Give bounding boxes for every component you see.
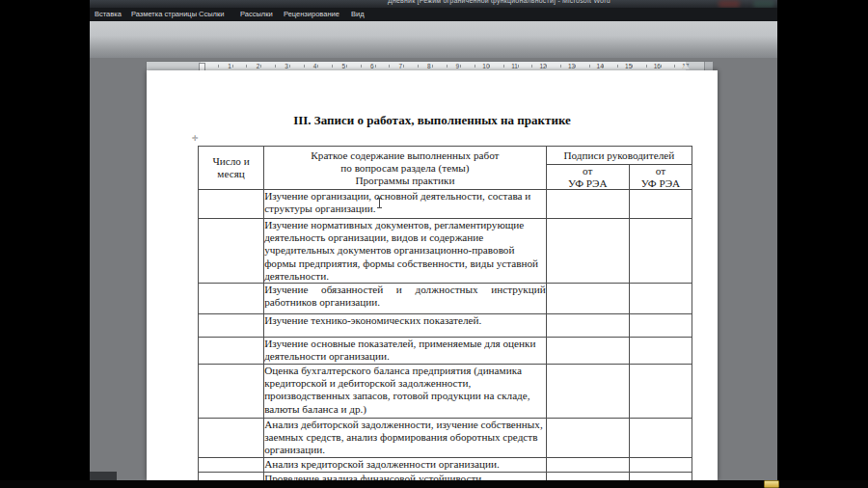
date-cell[interactable] [199,419,264,458]
ruler-number: 13 [568,62,575,70]
ruler-number: 11 [511,62,518,70]
date-cell[interactable] [199,314,264,338]
ribbon-collapsed-area[interactable] [90,21,777,58]
ribbon-tab-bar: Вставка Разметка страницы Ссылки Рассылк… [90,8,777,21]
signature-cell[interactable] [629,473,692,480]
tab-view[interactable]: Вид [348,8,367,21]
table-row: Изучение нормативных документов, регламе… [199,219,692,284]
bottom-letterbox-bar [0,480,868,488]
table-row: Изучение обязанностей и должностных инст… [199,284,692,314]
table-row: Изучение технико-экономических показател… [199,314,692,338]
date-cell[interactable] [199,338,264,365]
signature-cell[interactable] [546,473,629,480]
screen: Дневник [Режим ограниченной функциональн… [0,0,868,488]
header-signature-1[interactable]: от УФ РЭА [546,165,629,190]
tab-mailings[interactable]: Рассылки [237,8,276,21]
table-row: Оценка бухгалтерского баланса предприяти… [199,365,692,419]
header-date[interactable]: Число и месяц [199,147,264,190]
signature-cell[interactable] [629,314,692,338]
ruler-number: 7 [398,62,402,70]
document-heading[interactable]: III. Записи о работах, выполненных на пр… [147,113,718,128]
signature-cell[interactable] [629,190,692,219]
signature-cell[interactable] [546,284,629,314]
signature-cell[interactable] [629,458,692,473]
signature-cell[interactable] [629,284,692,314]
ruler-number: 3 [285,62,288,70]
document-page[interactable]: III. Записи о работах, выполненных на пр… [147,70,718,480]
work-cell[interactable]: Анализ кредиторской задолженности органи… [264,458,547,473]
work-cell[interactable]: Изучение нормативных документов, регламе… [264,219,547,284]
window-titlebar: Дневник [Режим ограниченной функциональн… [90,0,777,8]
horizontal-ruler[interactable]: 1234567891011121314151617 [147,62,712,70]
signature-cell[interactable] [546,314,629,338]
table-row: Анализ дебиторской задолженности, изучен… [199,419,692,458]
table-row: Анализ кредиторской задолженности органи… [199,458,692,473]
signature-cell[interactable] [629,419,692,458]
table-row: Проведение анализа финансовой устойчивос… [199,473,692,480]
ruler-number: 16 [654,62,661,70]
wallpaper-blob [753,0,774,8]
tab-page-layout[interactable]: Разметка страницы [128,8,200,21]
signature-cell[interactable] [629,338,692,365]
ruler-number: 14 [597,62,604,70]
wallpaper-blob [719,0,740,8]
date-cell[interactable] [199,190,264,219]
right-indent-marker[interactable] [682,64,690,69]
ruler-number: 12 [539,62,546,70]
ruler-number: 2 [257,62,260,70]
signature-cell[interactable] [629,219,692,284]
ruler-number: 10 [482,62,489,70]
work-cell[interactable]: Изучение обязанностей и должностных инст… [264,284,547,314]
practice-records-table: Число и месяц Краткое содержание выполне… [198,146,692,480]
tab-review[interactable]: Рецензирование [281,8,342,21]
ruler-number: 9 [456,62,460,70]
work-cell[interactable]: Изучение технико-экономических показател… [264,314,547,338]
work-cell[interactable]: Оценка бухгалтерского баланса предприяти… [264,365,547,419]
table-row: Изучение основные показателей, применяем… [199,338,692,365]
signature-cell[interactable] [546,190,629,219]
header-work-description[interactable]: Краткое содержание выполненных работ по … [264,147,547,190]
signature-cell[interactable] [546,365,629,419]
ruler-number: 15 [625,62,632,70]
signature-cell[interactable] [629,365,692,419]
header-signatures-group[interactable]: Подписи руководителей [546,147,692,165]
table-move-handle-icon[interactable]: ✛ [190,134,200,144]
work-cell[interactable]: Изучение основные показателей, применяем… [264,338,547,365]
tab-insert[interactable]: Вставка [92,8,124,21]
date-cell[interactable] [199,365,264,419]
ruler-end-button [704,62,713,70]
date-cell[interactable] [199,219,264,284]
signature-cell[interactable] [546,338,629,365]
date-cell[interactable] [199,458,264,473]
date-cell[interactable] [199,473,264,480]
ruler-number: 6 [370,62,374,70]
work-cell[interactable]: Изучение организации, основной деятельно… [264,190,547,219]
tray-icon[interactable] [764,480,779,488]
date-cell[interactable] [199,284,264,314]
ruler-number: 8 [427,62,431,70]
signature-cell[interactable] [546,458,629,473]
ruler-number: 1 [228,62,231,70]
work-cell[interactable]: Анализ дебиторской задолженности, изучен… [264,419,547,458]
header-signature-2[interactable]: от УФ РЭА [629,165,692,190]
signature-cell[interactable] [546,419,629,458]
tab-references[interactable]: Ссылки [196,8,227,21]
table-row: Изучение организации, основной деятельно… [199,190,692,219]
ruler-number: 4 [313,62,317,70]
signature-cell[interactable] [546,219,629,284]
window-title: Дневник [Режим ограниченной функциональн… [388,0,610,4]
ibeam-cursor [377,198,382,208]
work-cell[interactable]: Проведение анализа финансовой устойчивос… [264,473,547,480]
ruler-ticks [204,65,687,68]
ruler-number: 5 [341,62,345,70]
